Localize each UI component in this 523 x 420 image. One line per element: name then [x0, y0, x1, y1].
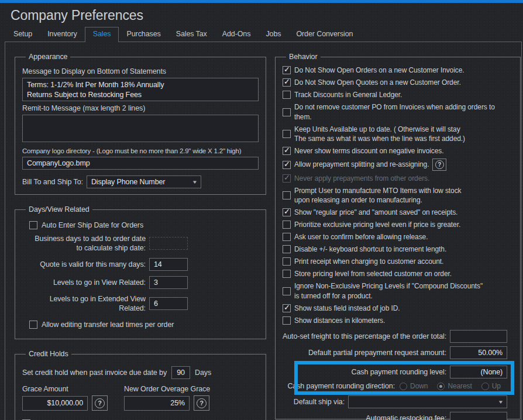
checkbox-label: Print receipt when charging to customer …	[294, 257, 443, 267]
tab-purchases[interactable]: Purchases	[119, 27, 168, 42]
grace-amount-input[interactable]	[22, 396, 88, 411]
checkbox[interactable]	[283, 270, 291, 278]
checkbox-label: Track Discounts in General Ledger.	[294, 90, 402, 100]
checkbox[interactable]	[283, 221, 291, 229]
behavior-checkbox-row[interactable]: Keep Units Available up to date. ( Other…	[283, 125, 507, 144]
radio-icon	[400, 383, 407, 390]
behavior-checkbox-row[interactable]: Do Not Show Open Orders on a new Custome…	[283, 66, 507, 75]
checkbox[interactable]	[29, 221, 37, 229]
view-related-levels-input[interactable]	[149, 276, 188, 289]
rounding-level-input[interactable]	[450, 366, 507, 378]
logo-directory-input[interactable]	[22, 157, 259, 170]
behavior-checkbox-row[interactable]: Disable +/- keyboard shortcut to increme…	[283, 245, 507, 254]
help-icon: ?	[95, 398, 105, 408]
grace-amount-help-button[interactable]: ?	[92, 395, 108, 411]
checkbox-label: Show distances in kilometers.	[294, 316, 385, 326]
behavior-checkbox-row[interactable]: Show status field instead of job ID.	[283, 304, 507, 314]
checkbox-label: Keep Units Available up to date. ( Other…	[294, 125, 465, 144]
checkbox-label: Show status field instead of job ID.	[294, 304, 400, 314]
tab-setup[interactable]: Setup	[6, 27, 40, 42]
checkbox[interactable]	[283, 304, 291, 312]
quote-valid-days-input[interactable]	[149, 258, 188, 271]
tab-page-panel: Appearance Message to Display on Bottom …	[5, 42, 522, 420]
checkbox[interactable]	[283, 191, 291, 199]
auto-freight-input[interactable]	[450, 330, 507, 343]
chevron-down-icon: ▼	[192, 180, 198, 185]
behavior-checkbox-row[interactable]: Print receipt when charging to customer …	[283, 257, 507, 267]
cash-rounding-section: Cash payment rounding level: Cash paymen…	[283, 363, 507, 394]
behavior-checkbox-row[interactable]: Never show terms discount on negative in…	[283, 146, 507, 156]
business-days-label: Business days to add to order date to ca…	[22, 234, 149, 253]
checkbox[interactable]	[283, 130, 291, 138]
checkbox-label: Ignore Non-Exclusive Pricing Levels if "…	[294, 281, 483, 301]
radio-down: Down	[400, 382, 428, 390]
billto-select[interactable]: Display Phone Number ▼	[87, 175, 201, 188]
checkbox[interactable]	[283, 208, 291, 216]
tab-inventory[interactable]: Inventory	[40, 27, 85, 42]
behavior-checkbox-row[interactable]: Do not remove customer PO from Invoices …	[283, 102, 507, 122]
radio-icon	[481, 383, 489, 390]
checkbox[interactable]	[283, 66, 291, 74]
statement-message-input[interactable]: Terms: 1-1/2% Int Per Month 18% Annually…	[22, 78, 259, 101]
auto-enter-ship-date-checkbox-row[interactable]: Auto Enter Ship Date for Orders	[29, 221, 259, 230]
checkbox[interactable]	[283, 108, 291, 116]
radio-label: Nearest	[448, 382, 472, 390]
behavior-checkbox-list: Do Not Show Open Orders on a new Custome…	[283, 66, 507, 325]
checkbox[interactable]	[283, 316, 291, 325]
remit-message-label: Remit-to Message (max length 2 lines)	[22, 104, 259, 112]
transfer-lead-times-checkbox-row[interactable]: Allow editing transfer lead times per or…	[29, 320, 259, 330]
behavior-checkbox-row[interactable]: Store pricing level from selected custom…	[283, 269, 507, 279]
checkbox[interactable]	[283, 287, 291, 295]
behavior-checkbox-row: Never apply prepayments from other order…	[283, 174, 507, 184]
help-icon: ?	[197, 398, 207, 408]
behavior-checkbox-row[interactable]: Do Not Show Open Quotes on a new Custome…	[283, 78, 507, 88]
behavior-checkbox-row[interactable]: Allow prepayment splitting and re-assign…	[283, 159, 507, 171]
behavior-checkbox-row[interactable]: Ask user to confirm before allowing rele…	[283, 232, 507, 242]
tab-sales-tax[interactable]: Sales Tax	[168, 27, 215, 42]
checkbox-label: Ask user to confirm before allowing rele…	[294, 232, 428, 242]
restocking-fee-input[interactable]	[450, 412, 507, 420]
auto-freight-label: Auto-set freight to this percentage of t…	[283, 332, 450, 340]
checkbox[interactable]	[283, 161, 291, 169]
checkbox-label: Do Not Show Open Orders on a new Custome…	[294, 66, 464, 75]
checkbox[interactable]	[283, 78, 291, 87]
remit-message-input[interactable]	[22, 115, 259, 142]
tab-order-conversion[interactable]: Order Conversion	[288, 27, 360, 42]
appearance-legend: Appearance	[26, 53, 70, 61]
billto-label: Bill To and Ship To:	[22, 178, 83, 186]
credit-hold-days-suffix: Days	[195, 369, 211, 377]
statement-message-label: Message to Display on Bottom of Statemen…	[22, 67, 259, 75]
extended-view-levels-input[interactable]	[149, 297, 188, 310]
checkbox-label: Show "regular price" and "amount saved" …	[294, 208, 457, 218]
tab-add-ons[interactable]: Add-Ons	[215, 27, 259, 42]
radio-nearest: Nearest	[437, 382, 472, 390]
credit-hold-days-input[interactable]	[171, 366, 190, 379]
overage-grace-label: New Order Overage Grace	[124, 385, 210, 393]
credit-holds-legend: Credit Holds	[26, 350, 71, 358]
checkbox[interactable]	[29, 321, 37, 329]
overage-grace-help-button[interactable]: ?	[194, 395, 209, 411]
tab-jobs[interactable]: Jobs	[258, 27, 288, 42]
logo-directory-label: Company logo directory - (Logo must be n…	[22, 147, 259, 154]
checkbox[interactable]	[283, 257, 291, 266]
credit-hold-days-prefix: Set credit hold when past invoice due da…	[22, 369, 167, 377]
behavior-checkbox-row[interactable]: Show "regular price" and "amount saved" …	[283, 208, 507, 218]
checkbox[interactable]	[283, 245, 291, 253]
partial-prepayment-input[interactable]	[450, 346, 507, 359]
checkbox-label: Disable +/- keyboard shortcut to increme…	[294, 245, 446, 254]
checkbox[interactable]	[283, 147, 291, 155]
prepayment-help-button[interactable]: ?	[432, 159, 446, 171]
radio-label: Up	[492, 382, 501, 390]
behavior-checkbox-row[interactable]: Prioritize exclusive pricing level even …	[283, 220, 507, 230]
behavior-checkbox-row[interactable]: Track Discounts in General Ledger.	[283, 90, 507, 100]
behavior-checkbox-row[interactable]: Show distances in kilometers.	[283, 316, 507, 326]
checkbox[interactable]	[283, 91, 291, 99]
default-ship-via-select[interactable]: ▼	[348, 395, 507, 408]
tab-sales[interactable]: Sales	[85, 27, 119, 42]
tab-bar: Setup Inventory Sales Purchases Sales Ta…	[6, 27, 523, 42]
overage-grace-input[interactable]	[124, 396, 190, 411]
behavior-checkbox-row[interactable]: Ignore Non-Exclusive Pricing Levels if "…	[283, 281, 507, 301]
behavior-checkbox-row[interactable]: Prompt User to manufacture MTO Items wit…	[283, 186, 507, 205]
checkbox[interactable]	[283, 233, 291, 241]
quote-valid-days-label: Quote is valid for this many days:	[22, 260, 149, 269]
